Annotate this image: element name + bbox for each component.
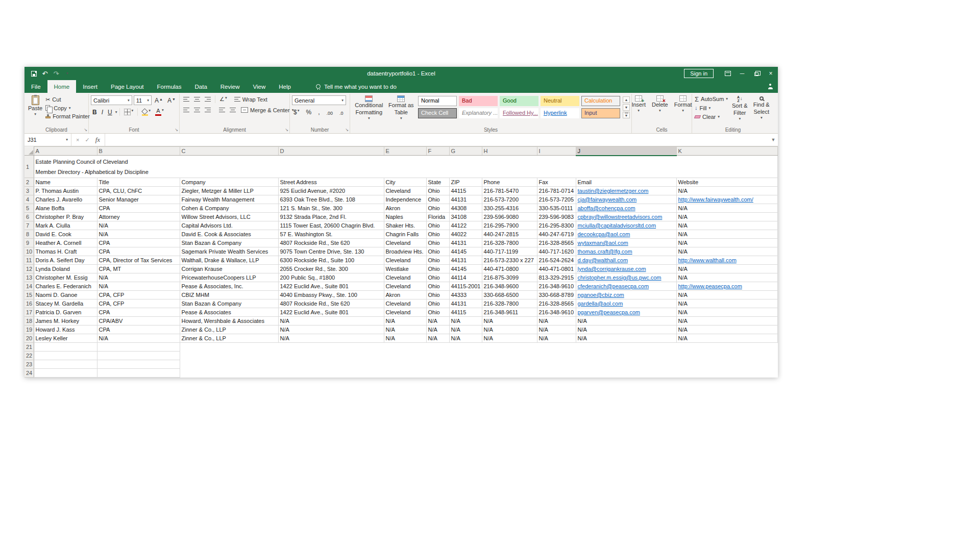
row-header-9[interactable]: 9: [24, 239, 34, 247]
cell-F6[interactable]: Florida: [426, 213, 449, 221]
column-header-C[interactable]: C: [180, 147, 278, 156]
cell-D4[interactable]: 6393 Oak Tree Blvd., Ste. 108: [278, 195, 384, 204]
cell-G17[interactable]: 44115: [449, 308, 482, 317]
email-link[interactable]: nganoe@cbiz.com: [576, 291, 676, 299]
cell-K20[interactable]: N/A: [676, 334, 777, 343]
cell-K2[interactable]: Website: [676, 178, 777, 187]
cell-D16[interactable]: 4807 Rockside Rd., Ste 620: [278, 299, 384, 308]
tab-file[interactable]: File: [24, 80, 47, 93]
cell-G18[interactable]: N/A: [449, 317, 482, 325]
cell-A9[interactable]: Heather A. Cornell: [34, 239, 97, 247]
cell-style-bad[interactable]: Bad: [459, 96, 498, 106]
sort-filter-button[interactable]: AZ↓ Sort & Filter ▾: [729, 94, 750, 127]
gallery-more-button[interactable]: ▼: [623, 112, 630, 118]
row-header-24[interactable]: 24: [24, 369, 34, 378]
cell-style-hyperlink[interactable]: Hyperlink: [541, 108, 579, 118]
cell-C6[interactable]: Willow Street Advisors, LLC: [180, 213, 278, 221]
cell-F10[interactable]: Ohio: [426, 247, 449, 256]
cell-G6[interactable]: 34108: [449, 213, 482, 221]
column-header-J[interactable]: J: [576, 147, 676, 156]
cell-D6[interactable]: 9132 Strada Place, 2nd Fl.: [278, 213, 384, 221]
column-header-B[interactable]: B: [97, 147, 180, 156]
save-button[interactable]: [29, 68, 39, 79]
cell-C24[interactable]: [180, 369, 777, 378]
cell-F3[interactable]: Ohio: [426, 187, 449, 195]
cell-E6[interactable]: Naples: [384, 213, 426, 221]
cell-G4[interactable]: 44131: [449, 195, 482, 204]
cell-D3[interactable]: 925 Euclid Avenue, #2020: [278, 187, 384, 195]
cell-K12[interactable]: N/A: [676, 265, 777, 273]
cell-C18[interactable]: Howard, Wershbale & Associates: [180, 317, 278, 325]
cell-K10[interactable]: N/A: [676, 247, 777, 256]
increase-decimal-button[interactable]: .00: [325, 109, 334, 116]
cell-H6[interactable]: 239-596-9080: [482, 213, 537, 221]
cell-F17[interactable]: Ohio: [426, 308, 449, 317]
clear-button[interactable]: Clear ▾: [694, 113, 729, 120]
cell-E12[interactable]: Westlake: [384, 265, 426, 273]
cell-J18[interactable]: N/A: [576, 317, 676, 325]
cell-F4[interactable]: Ohio: [426, 195, 449, 204]
cell-B9[interactable]: CPA: [97, 239, 180, 247]
ribbon-display-options-button[interactable]: [721, 67, 735, 80]
number-format-combobox[interactable]: General ▾: [292, 95, 346, 105]
row-header-15[interactable]: 15: [24, 291, 34, 299]
tab-formulas[interactable]: Formulas: [151, 80, 188, 93]
formula-bar-expand-button[interactable]: ▼: [769, 134, 778, 146]
cell-I10[interactable]: 440-717-1620: [537, 247, 576, 256]
cell-A23[interactable]: [34, 360, 97, 369]
font-size-combobox[interactable]: 11 ▾: [134, 95, 152, 105]
cell-F12[interactable]: Ohio: [426, 265, 449, 273]
gallery-scroll-up-button[interactable]: ▲: [623, 96, 630, 103]
cell-C21[interactable]: [180, 343, 777, 352]
cell-I15[interactable]: 330-668-8789: [537, 291, 576, 299]
select-all-corner[interactable]: [24, 147, 34, 156]
cell-C11[interactable]: Walthall, Drake & Wallace, LLP: [180, 256, 278, 265]
cell-F15[interactable]: Ohio: [426, 291, 449, 299]
cell-G9[interactable]: 44131: [449, 239, 482, 247]
cell-A20[interactable]: Lesley Keller: [34, 334, 97, 343]
cell-F2[interactable]: State: [426, 178, 449, 187]
font-color-button[interactable]: A ▾: [154, 108, 165, 116]
cell-C2[interactable]: Company: [180, 178, 278, 187]
cell-K16[interactable]: N/A: [676, 299, 777, 308]
cell-K19[interactable]: N/A: [676, 325, 777, 334]
cell-K13[interactable]: N/A: [676, 273, 777, 282]
cell-H7[interactable]: 216-295-7900: [482, 221, 537, 230]
underline-button[interactable]: U: [106, 109, 114, 116]
borders-button[interactable]: ▾: [122, 109, 135, 115]
row-header-7[interactable]: 7: [24, 221, 34, 230]
align-middle-button[interactable]: [192, 97, 202, 102]
cell-A2[interactable]: Name: [34, 178, 97, 187]
cell-D2[interactable]: Street Address: [278, 178, 384, 187]
cell-H18[interactable]: N/A: [482, 317, 537, 325]
cell-C3[interactable]: Ziegler, Metzger & Miller LLP: [180, 187, 278, 195]
align-top-button[interactable]: [182, 97, 191, 102]
cell-K15[interactable]: N/A: [676, 291, 777, 299]
cell-D15[interactable]: 4040 Embassy Pkwy., Ste. 100: [278, 291, 384, 299]
row-header-19[interactable]: 19: [24, 325, 34, 334]
cell-B13[interactable]: N/A: [97, 273, 180, 282]
increase-font-size-button[interactable]: A▲: [153, 97, 164, 104]
copy-button[interactable]: Copy ▾: [44, 104, 91, 112]
number-dialog-launcher[interactable]: ↘: [345, 128, 349, 132]
cell-I5[interactable]: 330-535-0111: [537, 204, 576, 213]
tab-insert[interactable]: Insert: [76, 80, 104, 93]
cell-C23[interactable]: [180, 360, 777, 369]
cell-G15[interactable]: 44333: [449, 291, 482, 299]
cell-A19[interactable]: Howard J. Kass: [34, 325, 97, 334]
email-link[interactable]: gardella@aol.com: [576, 299, 676, 308]
cell-C7[interactable]: Capital Advisors Ltd.: [180, 221, 278, 230]
cell-F16[interactable]: Ohio: [426, 299, 449, 308]
cell-H5[interactable]: 330-255-4316: [482, 204, 537, 213]
website-link[interactable]: http://www.peasecpa.com: [676, 282, 777, 291]
cell-E15[interactable]: Akron: [384, 291, 426, 299]
cell-B21[interactable]: [97, 343, 180, 352]
cell-I19[interactable]: N/A: [537, 325, 576, 334]
cell-B14[interactable]: N/A: [97, 282, 180, 291]
cell-G14[interactable]: 44115-2001: [449, 282, 482, 291]
tab-home[interactable]: Home: [47, 80, 77, 93]
close-button[interactable]: ×: [764, 67, 778, 80]
cell-B4[interactable]: Senior Manager: [97, 195, 180, 204]
row-header-8[interactable]: 8: [24, 230, 34, 239]
tab-view[interactable]: View: [247, 80, 273, 93]
